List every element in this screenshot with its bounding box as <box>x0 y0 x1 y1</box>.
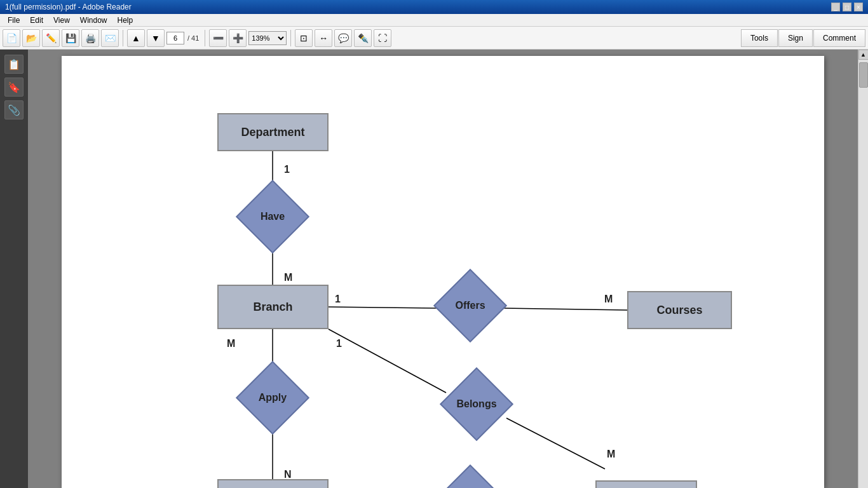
email-button[interactable]: ✉️ <box>101 29 119 47</box>
edit-button[interactable]: ✏️ <box>42 29 60 47</box>
menu-file[interactable]: File <box>3 15 25 26</box>
fit-page-button[interactable]: ⊡ <box>295 29 313 47</box>
fit-width-button[interactable]: ↔ <box>315 29 332 47</box>
highlight-button[interactable]: ✒️ <box>354 29 372 47</box>
cardinality-have-branch: M <box>284 272 292 283</box>
fullscreen-button[interactable]: ⛶ <box>374 29 391 47</box>
sidebar-bookmarks-button[interactable]: 🔖 <box>4 78 24 97</box>
cardinality-branch-belongs: 1 <box>336 338 342 349</box>
menu-view[interactable]: View <box>48 15 75 26</box>
entity-student: Student <box>595 480 697 488</box>
relationship-apply: Apply <box>238 377 308 418</box>
entity-branch: Branch <box>217 285 329 329</box>
zoom-in-button[interactable]: ➕ <box>229 29 247 47</box>
scrollbar-right[interactable]: ▲ <box>858 50 868 488</box>
sign-button[interactable]: Sign <box>778 29 813 47</box>
maximize-button[interactable]: □ <box>843 3 851 11</box>
cardinality-apply-applicant: N <box>284 469 292 480</box>
new-button[interactable]: 📄 <box>3 29 20 47</box>
page-of-label: / 41 <box>186 34 201 42</box>
prev-page-button[interactable]: ▲ <box>127 29 145 47</box>
tools-button[interactable]: Tools <box>741 29 778 47</box>
svg-line-6 <box>329 329 446 393</box>
comment-tool-button[interactable]: 💬 <box>334 29 352 47</box>
page-input[interactable] <box>166 32 184 44</box>
separator-1 <box>123 30 123 46</box>
open-button[interactable]: 📂 <box>22 29 40 47</box>
toolbar-right: Tools Sign Comment <box>741 29 865 47</box>
zoom-select[interactable]: 139% 100% 75% 50% <box>248 31 287 45</box>
separator-2 <box>205 30 205 46</box>
cardinality-offers-courses: M <box>604 294 613 305</box>
titlebar: 1(full permission).pdf - Adobe Reader _ … <box>0 0 868 14</box>
cardinality-belongs-student: M <box>607 449 615 460</box>
svg-line-3 <box>503 308 627 310</box>
sidebar-attach-button[interactable]: 📎 <box>4 100 24 119</box>
relationship-selected: Selected <box>435 480 505 488</box>
content-area: Department Have Branch Offers Courses Ap… <box>28 50 858 488</box>
relationship-offers-label: Offers <box>455 300 485 311</box>
toolbar: 📄 📂 ✏️ 💾 🖨️ ✉️ ▲ ▼ / 41 ➖ ➕ 139% 100% 75… <box>0 27 868 50</box>
entity-courses-label: Courses <box>656 304 702 317</box>
cardinality-dept-have: 1 <box>284 164 290 175</box>
menu-window[interactable]: Window <box>75 15 112 26</box>
print-button[interactable]: 🖨️ <box>81 29 99 47</box>
entity-applicant: Applicant <box>217 479 329 488</box>
next-page-button[interactable]: ▼ <box>147 29 165 47</box>
entity-courses: Courses <box>627 291 732 329</box>
sidebar-left: 📋 🔖 📎 <box>0 50 28 488</box>
menu-edit[interactable]: Edit <box>25 15 48 26</box>
menu-help[interactable]: Help <box>112 15 139 26</box>
menubar: File Edit View Window Help <box>0 14 868 27</box>
relationship-have: Have <box>238 196 308 237</box>
pdf-page: Department Have Branch Offers Courses Ap… <box>62 56 824 488</box>
titlebar-title: 1(full permission).pdf - Adobe Reader <box>5 3 132 11</box>
entity-branch-label: Branch <box>253 301 292 314</box>
page-nav: / 41 <box>166 32 201 44</box>
main-area: 📋 🔖 📎 <box>0 50 868 488</box>
zoom-out-button[interactable]: ➖ <box>209 29 227 47</box>
relationship-apply-label: Apply <box>259 392 287 403</box>
close-button[interactable]: × <box>854 3 863 11</box>
save-button[interactable]: 💾 <box>62 29 79 47</box>
scroll-thumb[interactable] <box>859 62 868 88</box>
scroll-up-button[interactable]: ▲ <box>858 50 869 60</box>
sidebar-pages-button[interactable]: 📋 <box>4 55 24 74</box>
relationship-belongs: Belongs <box>442 383 512 424</box>
svg-line-7 <box>506 418 605 469</box>
comment-button[interactable]: Comment <box>813 29 865 47</box>
relationship-offers: Offers <box>435 285 505 326</box>
entity-department-label: Department <box>241 126 304 139</box>
separator-3 <box>290 30 291 46</box>
svg-line-2 <box>329 307 437 308</box>
relationship-have-label: Have <box>261 211 285 222</box>
cardinality-branch-apply: M <box>227 338 235 349</box>
titlebar-controls[interactable]: _ □ × <box>831 3 863 11</box>
entity-department: Department <box>217 113 329 151</box>
cardinality-branch-offers: 1 <box>335 294 341 305</box>
minimize-button[interactable]: _ <box>831 3 840 11</box>
relationship-belongs-label: Belongs <box>456 398 496 410</box>
